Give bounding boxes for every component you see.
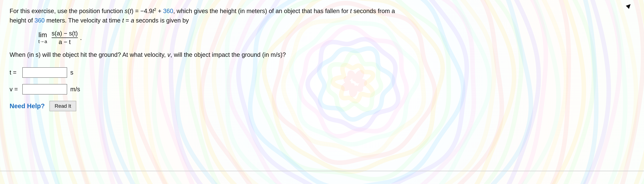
t-unit: s bbox=[70, 69, 73, 76]
help-row: Need Help? Read It bbox=[10, 101, 634, 111]
velocity-question: When (in s) will the object hit the grou… bbox=[10, 50, 634, 59]
t-input-row: t = s bbox=[10, 67, 634, 78]
highlight-360-1: 360 bbox=[163, 8, 173, 14]
period: . bbox=[80, 34, 82, 41]
lim-subscript: t→a bbox=[38, 39, 47, 44]
fraction-denominator: a − t bbox=[59, 38, 70, 45]
math-formula: lim t→a s(a) − s(t) a − t . bbox=[38, 30, 634, 45]
problem-statement: For this exercise, use the position func… bbox=[10, 6, 617, 25]
problem-line1: For this exercise, use the position func… bbox=[10, 8, 395, 14]
bottom-separator bbox=[0, 171, 644, 171]
cursor-indicator bbox=[626, 2, 632, 9]
v-label: v = bbox=[10, 86, 19, 93]
problem-line2: height of 360 meters. The velocity at ti… bbox=[10, 17, 189, 24]
v-unit: m/s bbox=[70, 86, 80, 93]
highlight-360-2: 360 bbox=[34, 17, 44, 24]
read-it-button[interactable]: Read It bbox=[50, 101, 76, 111]
fraction-block: s(a) − s(t) a − t bbox=[52, 30, 78, 45]
t-label: t = bbox=[10, 69, 19, 76]
lim-text: lim bbox=[38, 31, 47, 39]
t-input[interactable] bbox=[22, 67, 67, 78]
need-help-label: Need Help? bbox=[10, 102, 45, 110]
v-input[interactable] bbox=[22, 84, 67, 94]
v-input-row: v = m/s bbox=[10, 84, 634, 94]
limit-block: lim t→a bbox=[38, 31, 47, 44]
fraction-numerator: s(a) − s(t) bbox=[52, 30, 78, 38]
